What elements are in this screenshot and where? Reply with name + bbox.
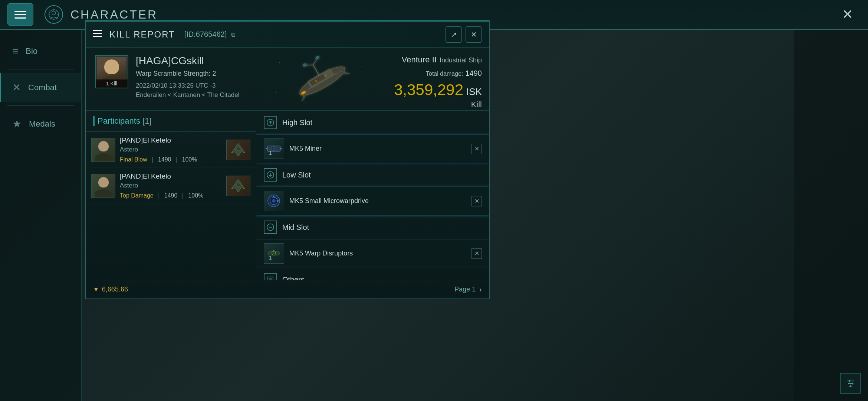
svg-point-18: [315, 56, 320, 59]
stat-percent-1: 100%: [182, 156, 197, 163]
sidebar-item-bio[interactable]: ≡ Bio: [0, 37, 81, 65]
isk-value: 3,359,292: [394, 82, 463, 98]
stat-top-damage-label: Top Damage: [120, 192, 154, 199]
svg-point-44: [273, 252, 274, 254]
kill-value-section: Venture II Industrial Ship Total damage:…: [394, 55, 482, 110]
modal-header-buttons: ↗ ✕: [445, 26, 482, 43]
kill-bottom-section: Participants [1] [PAND]El Ketelo Astero …: [86, 111, 489, 280]
next-page-button[interactable]: ›: [479, 285, 482, 294]
participant-name-1: [PAND]El Ketelo: [120, 136, 222, 144]
svg-line-14: [313, 65, 319, 75]
svg-rect-5: [93, 30, 102, 31]
copy-id-button[interactable]: ⧉: [231, 32, 235, 38]
sidebar: ≡ Bio ✕ Combat ★ Medals: [0, 30, 82, 401]
svg-point-17: [302, 63, 307, 67]
modal-content: 1 Kill [HAGA]CGskill Warp Scramble Stren…: [86, 48, 489, 299]
filter-button[interactable]: [840, 373, 861, 394]
total-damage-label: Total damage:: [426, 71, 463, 77]
svg-point-39: [272, 199, 276, 203]
character-logo-icon: [45, 5, 63, 24]
page-label: Page 1: [454, 286, 476, 293]
right-panel: [794, 30, 868, 401]
modal-close-button[interactable]: ✕: [466, 26, 482, 43]
svg-point-24: [276, 92, 277, 93]
mk5-miner-name: MK5 Miner: [289, 145, 466, 153]
mid-slot-icon: [264, 221, 277, 234]
stat-final-blow-label: Final Blow: [120, 156, 147, 163]
participant-name-2: [PAND]El Ketelo: [120, 172, 222, 180]
sidebar-item-medals[interactable]: ★ Medals: [0, 110, 81, 138]
isk-label: ISK: [466, 86, 482, 98]
participants-count: [1]: [142, 116, 151, 125]
others-title: Others: [282, 276, 305, 280]
footer-down-icon: ▼: [93, 286, 99, 293]
kill-character-avatar: 1 Kill: [95, 55, 128, 88]
ship-name: Venture II: [402, 55, 437, 65]
mid-slot-header: Mid Slot: [256, 215, 489, 239]
participant-avatar-2: [91, 174, 115, 198]
modal-header: KILL REPORT [ID:6765462] ⧉ ↗ ✕: [86, 22, 489, 48]
low-slot-icon: [264, 168, 277, 182]
total-damage-value: 1490: [466, 69, 482, 78]
kill-badge: 1 Kill: [96, 79, 128, 88]
participant-info-2: [PAND]El Ketelo Astero Top Damage | 1490…: [120, 172, 222, 199]
modal-title-id: [ID:6765462] ⧉: [184, 30, 235, 39]
mk5-warp-disruptors-remove-button[interactable]: ✕: [471, 248, 482, 259]
export-button[interactable]: ↗: [445, 26, 462, 43]
low-slot-header: Low Slot: [256, 163, 489, 187]
app-title: CHARACTER: [70, 8, 158, 22]
svg-marker-45: [272, 250, 275, 252]
hamburger-menu-button[interactable]: [7, 3, 33, 26]
svg-point-32: [273, 147, 275, 150]
sidebar-separator-2: [7, 105, 74, 106]
svg-point-26: [236, 147, 240, 151]
high-slot-title: High Slot: [282, 118, 312, 127]
participant-stats-1: Final Blow | 1490 | 100%: [120, 156, 222, 163]
participant-ship-1: Astero: [120, 146, 222, 153]
kill-info-section: 1 Kill [HAGA]CGskill Warp Scramble Stren…: [86, 48, 489, 111]
svg-point-53: [849, 385, 851, 387]
svg-point-27: [236, 183, 240, 187]
kill-report-modal: KILL REPORT [ID:6765462] ⧉ ↗ ✕ 1 Kill [H…: [85, 20, 490, 299]
svg-point-52: [851, 382, 853, 384]
mk5-miner-qty: 1: [269, 150, 272, 156]
low-slot-title: Low Slot: [282, 171, 311, 179]
mk5-warp-disruptors-qty: 1: [269, 255, 272, 261]
high-slot-header: High Slot: [256, 111, 489, 135]
sidebar-item-combat[interactable]: ✕ Combat: [0, 73, 81, 102]
svg-point-51: [848, 380, 850, 382]
participant-ship-2: Astero: [120, 182, 222, 189]
participants-title: Participants [1]: [98, 116, 152, 126]
stat-damage-1: 1490: [158, 156, 171, 163]
stat-percent-2: 100%: [188, 192, 203, 199]
sidebar-separator-1: [7, 69, 74, 69]
svg-rect-7: [93, 36, 102, 37]
participant-ship-icon-1: [226, 140, 250, 160]
close-app-button[interactable]: ✕: [838, 5, 857, 24]
mk5-mwd-remove-button[interactable]: ✕: [471, 196, 482, 206]
participants-panel: Participants [1] [PAND]El Ketelo Astero …: [86, 111, 256, 280]
sidebar-item-label-medals: Medals: [29, 119, 55, 129]
svg-point-1: [52, 11, 56, 15]
participant-stats-2: Top Damage | 1490 | 100%: [120, 192, 222, 199]
participants-header: Participants [1]: [86, 111, 256, 132]
participant-info-1: [PAND]El Ketelo Astero Final Blow | 1490…: [120, 136, 222, 163]
pagination: Page 1 ›: [454, 285, 482, 294]
mk5-warp-disruptors-icon: [264, 243, 284, 264]
sidebar-item-label-bio: Bio: [26, 46, 37, 56]
mk5-miner-remove-button[interactable]: ✕: [471, 144, 482, 154]
mk5-warp-disruptors-name: MK5 Warp Disruptors: [289, 250, 466, 257]
ship-svg: [272, 55, 372, 107]
modal-menu-icon[interactable]: [93, 29, 102, 40]
kill-result-label: Kill: [394, 100, 482, 110]
mk5-miner-icon: [264, 138, 284, 159]
others-header: Others: [256, 268, 489, 280]
combat-icon: ✕: [12, 81, 21, 94]
high-slot-icon: [264, 116, 277, 129]
participant-row-2: [PAND]El Ketelo Astero Top Damage | 1490…: [86, 168, 256, 204]
ship-type: Industrial Ship: [440, 56, 482, 64]
mk5-mwd-name: MK5 Small Microwarpdrive: [289, 197, 466, 205]
mid-slot-title: Mid Slot: [282, 223, 309, 232]
slot-item-mk5-warp-disruptors: 1 MK5 Warp Disruptors ✕: [256, 239, 489, 268]
svg-point-25: [365, 95, 365, 96]
